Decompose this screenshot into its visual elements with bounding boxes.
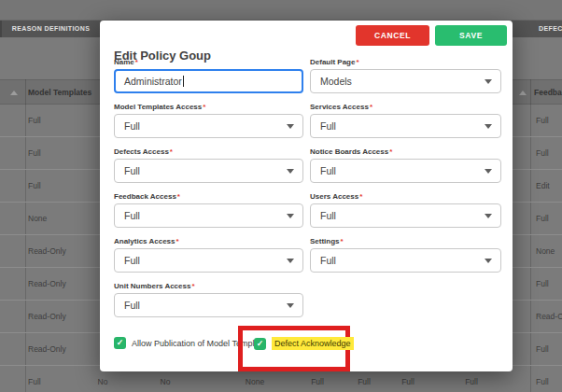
default-page-select[interactable]: Models <box>310 69 501 93</box>
feedback-access-select[interactable]: Full <box>114 203 303 228</box>
field-settings: Settings* Full <box>310 237 501 273</box>
required-asterisk: * <box>191 282 194 290</box>
tab-reason-definitions: REASON DEFINITIONS <box>2 21 100 37</box>
required-asterisk: * <box>177 192 180 201</box>
required-asterisk: * <box>203 103 205 111</box>
model-templates-access-select[interactable]: Full <box>114 114 303 138</box>
field-label: Services Access* <box>310 103 501 112</box>
cell-feedback: Full <box>536 137 549 169</box>
cancel-button[interactable]: CANCEL <box>356 25 429 46</box>
required-asterisk: * <box>135 58 138 66</box>
sort-asc-icon <box>519 91 527 95</box>
settings-select[interactable]: Full <box>310 248 501 273</box>
chevron-down-icon <box>485 259 492 263</box>
required-asterisk: * <box>341 237 344 245</box>
cell-model-templates: Full <box>28 170 41 202</box>
field-name: Name* Administrator <box>114 58 303 93</box>
notice-boards-access-select[interactable]: Full <box>310 159 501 183</box>
services-access-select[interactable]: Full <box>310 114 501 138</box>
field-label: Defects Access* <box>114 147 303 157</box>
chevron-down-icon <box>287 303 294 308</box>
chevron-down-icon <box>287 214 294 218</box>
required-asterisk: * <box>389 147 392 156</box>
chevron-down-icon <box>287 259 294 263</box>
edit-policy-group-modal: Edit Policy Goup CANCEL SAVE Name* Admin… <box>100 21 513 371</box>
app-screen: REASON DEFINITIONS DEFEC Model Templates… <box>0 0 562 392</box>
field-default-page: Default Page* Models <box>310 58 501 93</box>
field-label: Model Templates Access* <box>114 103 303 112</box>
cell-model-templates: Read-Only <box>28 333 66 365</box>
chevron-down-icon <box>485 79 492 84</box>
chevron-down-icon <box>287 124 294 129</box>
chevron-down-icon <box>485 214 492 218</box>
cell-feedback: Full <box>536 203 549 234</box>
cell-model-templates: Full <box>28 105 41 136</box>
field-label: Analytics Access* <box>114 237 303 246</box>
field-label: Feedback Access* <box>114 192 303 202</box>
tab-defect-definitions: DEFEC <box>539 21 562 37</box>
column-header-model-templates: Model Templates <box>28 80 91 105</box>
top-bar <box>0 0 562 21</box>
field-defects-access: Defects Access* Full <box>114 147 303 183</box>
cell-model-templates: Read-Only <box>28 268 66 300</box>
column-header-feedback: Feedback <box>534 80 562 105</box>
chevron-down-icon <box>287 169 294 174</box>
cell-model-templates: Read-Only <box>28 301 66 332</box>
field-label: Settings* <box>310 237 501 246</box>
cell-feedback: Full <box>536 268 549 300</box>
field-model-templates-access: Model Templates Access* Full <box>114 103 303 138</box>
defects-access-select[interactable]: Full <box>114 159 303 183</box>
required-asterisk: * <box>370 103 372 111</box>
required-asterisk: * <box>176 237 179 245</box>
field-services-access: Services Access* Full <box>310 103 501 138</box>
cell-feedback: Read-Only <box>536 301 562 332</box>
field-label: Unit Numbers Access* <box>114 282 303 291</box>
chevron-down-icon <box>485 124 492 129</box>
cell-feedback: Full <box>536 366 549 392</box>
cell-model-templates: None <box>28 203 47 234</box>
checkbox-checked-icon: ✓ <box>254 338 266 350</box>
cell-model-templates: Read-Only <box>28 235 66 267</box>
unit-numbers-access-select[interactable]: Full <box>114 293 303 317</box>
field-notice-boards-access: Notice Boards Access* Full <box>310 147 501 183</box>
text-cursor <box>183 76 184 87</box>
cell-model-templates: Full <box>28 137 41 169</box>
users-access-select[interactable]: Full <box>310 203 501 228</box>
field-feedback-access: Feedback Access* Full <box>114 192 303 228</box>
checkbox-checked-icon: ✓ <box>114 337 126 349</box>
cell-feedback: None <box>536 235 555 267</box>
field-label: Users Access* <box>310 192 501 202</box>
field-users-access: Users Access* Full <box>310 192 501 228</box>
required-asterisk: * <box>356 58 358 66</box>
checkbox-label-highlighted: Defect Acknowledge <box>272 337 354 350</box>
sort-asc-icon <box>10 91 18 95</box>
field-label: Notice Boards Access* <box>310 147 501 157</box>
policy-form: Name* Administrator Default Page* Models… <box>114 58 501 317</box>
allow-publication-checkbox[interactable]: ✓ Allow Publication of Model Template <box>114 337 266 349</box>
checkbox-label: Allow Publication of Model Template <box>132 339 266 348</box>
required-asterisk: * <box>170 147 173 156</box>
analytics-access-select[interactable]: Full <box>114 248 303 273</box>
save-button[interactable]: SAVE <box>435 25 507 46</box>
cell-feedback: Edit <box>536 170 550 202</box>
cell-model-templates: Full <box>28 366 41 392</box>
field-label: Name* <box>114 58 303 67</box>
field-analytics-access: Analytics Access* Full <box>114 237 303 273</box>
field-label: Default Page* <box>310 58 501 67</box>
required-asterisk: * <box>359 192 362 201</box>
defect-acknowledge-checkbox[interactable]: ✓ Defect Acknowledge <box>254 337 354 350</box>
name-input[interactable]: Administrator <box>114 69 303 93</box>
cell-feedback: Full <box>536 105 549 136</box>
field-unit-numbers-access: Unit Numbers Access* Full <box>114 282 303 317</box>
cell-feedback: Full <box>536 333 549 365</box>
chevron-down-icon <box>485 169 492 174</box>
